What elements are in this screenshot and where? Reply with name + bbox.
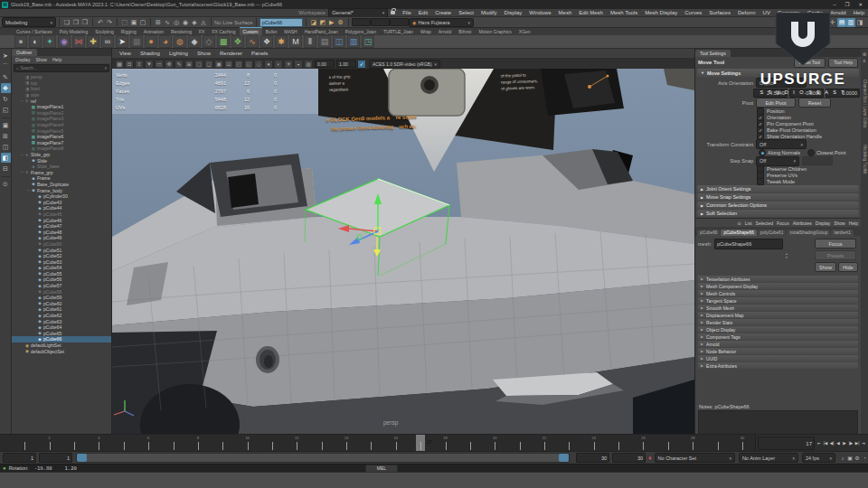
outliner-item[interactable]: ◆ pCube51 xyxy=(12,247,111,253)
select-tool[interactable]: ➤ xyxy=(1,51,11,61)
undo-icon[interactable]: ↶ xyxy=(96,18,105,27)
tool-settings-panel-tab[interactable]: Tool Settings xyxy=(695,50,731,57)
checkbox[interactable] xyxy=(757,178,764,185)
outliner-item[interactable]: ◨ persp xyxy=(12,74,111,80)
gamma-field[interactable]: 1.00 xyxy=(336,60,356,68)
safe-action-icon[interactable]: ◰ xyxy=(234,60,243,69)
reset-tool-button[interactable]: Reset Tool xyxy=(794,58,826,68)
outliner-item[interactable]: ◆ pCube65 xyxy=(12,331,111,337)
menu-item[interactable]: Select xyxy=(455,10,477,15)
orient-value-field[interactable]: 24.5340 xyxy=(753,89,788,98)
attribute-tab[interactable]: pCube66 xyxy=(697,230,720,236)
shelf-tab[interactable]: Bullet xyxy=(262,28,281,35)
wireframe-icon[interactable]: ◇ xyxy=(254,60,263,69)
coord-y-input[interactable] xyxy=(371,18,390,26)
layout-single-pane[interactable]: ▣ xyxy=(1,120,11,130)
checkbox-row[interactable]: Position xyxy=(695,108,861,114)
outliner-item[interactable]: ◆ Slide_base xyxy=(12,164,111,170)
pin-icon[interactable]: ⊙ xyxy=(738,221,741,226)
collapsed-section[interactable]: ▶Soft Selection xyxy=(697,210,859,217)
ae-menu-item[interactable]: Attributes xyxy=(793,221,812,226)
menu-item[interactable]: Mesh Tools xyxy=(607,10,641,15)
snap-curve-icon[interactable]: ∿ xyxy=(163,18,172,27)
outliner-item[interactable]: ◆ pCube47 xyxy=(12,223,111,230)
shelf-shaded-sphere-icon[interactable]: ◐ xyxy=(29,35,42,48)
checkbox-row[interactable]: Pin Component Pivot xyxy=(695,120,861,127)
redo-icon[interactable]: ↷ xyxy=(105,18,114,27)
go-to-start-button[interactable]: ⇤ xyxy=(816,437,822,448)
shelf-sphere-icon[interactable]: ● xyxy=(14,35,27,48)
menu-item[interactable]: Edit xyxy=(415,10,431,15)
outliner-item[interactable]: ◆ Frame xyxy=(12,175,111,182)
attribute-section[interactable]: ▶Node Behavior xyxy=(698,348,858,354)
viewport-menu-item[interactable]: Lighting xyxy=(165,51,192,56)
step-forward-key-button[interactable]: ▶| xyxy=(854,437,860,448)
menu-item[interactable]: Mesh xyxy=(555,10,576,15)
exposure-field[interactable]: 0.00 xyxy=(315,60,335,68)
outliner-item[interactable]: ◆ pCube58 xyxy=(12,288,111,295)
checkbox-row[interactable]: Tweak Mode xyxy=(695,178,861,184)
anim-layer-dropdown[interactable]: No Anim Layer▾ xyxy=(739,453,798,463)
shelf-tab[interactable]: Polygons_Joan xyxy=(342,28,380,35)
pan-zoom-icon[interactable]: ✥ xyxy=(165,60,174,69)
shelf-orange-sphere2-icon[interactable]: ◕ xyxy=(159,35,172,48)
textured-icon[interactable]: ◐ xyxy=(274,60,283,69)
image-plane-icon[interactable]: ▭ xyxy=(155,60,164,69)
shelf-tab[interactable]: Rendering xyxy=(167,28,195,35)
shelf-gem-icon[interactable]: ❖ xyxy=(260,35,273,48)
shelf-tab[interactable]: Motion Graphics xyxy=(475,28,514,35)
shelf-bind-icon[interactable]: ∞ xyxy=(101,35,114,48)
radio-option[interactable]: Closest Point xyxy=(807,149,845,156)
attribute-section[interactable]: ▶Extra Attributes xyxy=(698,362,858,369)
menu-item[interactable]: Display xyxy=(501,10,526,15)
range-end-handle[interactable] xyxy=(559,454,569,462)
outliner-item[interactable]: ▦ imagePlane1 xyxy=(12,104,111,110)
shelf-burst-icon[interactable]: ✱ xyxy=(275,35,288,48)
safe-title-icon[interactable]: ◱ xyxy=(244,60,253,69)
menu-item[interactable]: Modify xyxy=(477,10,501,15)
select-camera-icon[interactable]: ▦ xyxy=(115,60,124,69)
lock-icon[interactable] xyxy=(391,11,395,14)
layout-outliner-persp[interactable]: ◧ xyxy=(1,153,11,163)
minimize-button[interactable]: – xyxy=(833,2,835,7)
shelf-tab[interactable]: XGen xyxy=(515,28,534,35)
menu-item[interactable]: File xyxy=(399,10,415,15)
shelf-tab[interactable]: Rigging xyxy=(118,28,140,35)
outliner-item[interactable]: − ⊹ Slide_grp xyxy=(12,152,111,158)
vertical-panel-tab[interactable]: Modeling Toolkit xyxy=(863,145,867,174)
play-button[interactable]: ▶ xyxy=(842,437,847,448)
xray-icon[interactable]: ◍ xyxy=(304,60,313,69)
checkbox-row[interactable]: Preserve UVs xyxy=(695,172,861,178)
channel-box-toggle[interactable]: ◨ xyxy=(855,18,864,27)
snap-point-icon[interactable]: ◎ xyxy=(172,18,181,27)
outliner-item[interactable]: ◆ Base_Duplicate xyxy=(12,182,111,188)
attribute-section[interactable]: ▶Mesh Component Display xyxy=(698,283,858,289)
select-hierarchy-icon[interactable]: ⬚ xyxy=(120,18,129,27)
attribute-tab[interactable]: initialShadingGroup xyxy=(787,230,830,236)
orient-value-field[interactable]: -0.0000 xyxy=(789,89,824,98)
tool-settings-toggle[interactable]: ▥ xyxy=(846,18,855,27)
go-to-end-button[interactable]: ⇥ xyxy=(861,437,866,448)
attribute-section[interactable]: ▶Render Stats xyxy=(698,319,858,325)
snap-viewplane-icon[interactable]: ◈ xyxy=(190,18,199,27)
playback-start-field[interactable]: 1 xyxy=(39,453,72,463)
outliner-item[interactable]: ◆ pCube50 xyxy=(12,241,111,248)
orient-value-field[interactable]: 0.0000 xyxy=(826,89,860,98)
outliner-item[interactable]: ▦ imagePlane3 xyxy=(12,116,111,122)
ae-menu-item[interactable]: List xyxy=(745,221,752,226)
outliner-item[interactable]: ◉ defaultObjectSet xyxy=(12,348,111,354)
viewport-menu-item[interactable]: Panels xyxy=(248,51,271,56)
outliner-item[interactable]: ▦ imagePlane2 xyxy=(12,110,111,117)
shelf-curve-icon[interactable]: ∿ xyxy=(246,35,259,48)
outliner-item[interactable]: ▦ imagePlane7 xyxy=(12,140,111,146)
field-chart-icon[interactable]: ⊡ xyxy=(224,60,233,69)
menu-item[interactable]: Windows xyxy=(525,10,554,15)
outliner-menu-item[interactable]: Display xyxy=(15,57,30,62)
shelf-checker-icon[interactable]: ▦ xyxy=(130,35,143,48)
shelf-tab[interactable]: Poly Modeling xyxy=(56,28,91,35)
viewport-menu-item[interactable]: Show xyxy=(193,51,214,56)
attribute-section[interactable]: ▶Smooth Mesh xyxy=(698,305,858,311)
attribute-section[interactable]: ▶Mesh Controls xyxy=(698,290,858,296)
save-scene-icon[interactable]: ❒ xyxy=(80,18,90,27)
collapsed-section[interactable]: ▶Move Snap Settings xyxy=(697,193,859,201)
